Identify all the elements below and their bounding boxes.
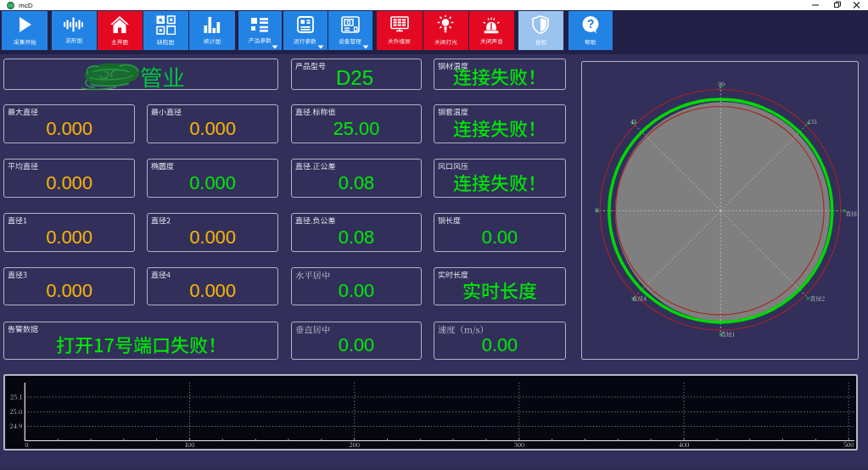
svg-text:?: ? (586, 17, 594, 31)
